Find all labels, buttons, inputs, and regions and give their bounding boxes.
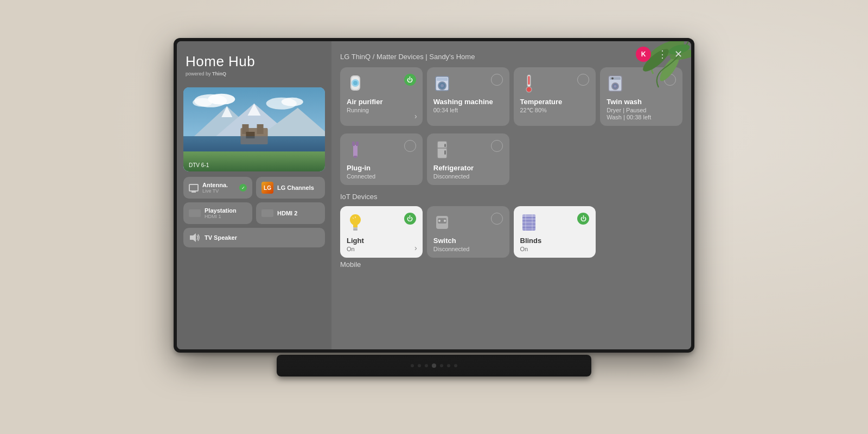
lg-icon: LG [261, 182, 273, 194]
svg-rect-59 [522, 221, 535, 224]
temp-name: Temperature [520, 98, 590, 106]
thermometer-icon [520, 74, 538, 93]
speaker-icon [189, 233, 201, 242]
washer-name: Washing machine [433, 98, 503, 106]
app-header: Home Hub powered by ThinQ [183, 50, 325, 82]
light-status: On [347, 246, 416, 252]
tv-icon [189, 184, 199, 192]
twin-wash-status2: Wash | 00:38 left [607, 114, 676, 120]
air-purifier-arrow-icon: › [414, 112, 417, 120]
mobile-section-title: Mobile [340, 260, 682, 269]
device-card-washing-machine[interactable]: Washing machine 00:34 left [427, 67, 509, 126]
light-arrow-icon: › [414, 244, 417, 252]
lg-channels-label: LG Channels [277, 184, 314, 191]
source-btn-playstation[interactable]: Playstation HDMI 1 [183, 202, 252, 224]
svg-rect-57 [522, 214, 535, 217]
mobile-section: Mobile [340, 260, 682, 269]
svg-rect-48 [353, 227, 358, 229]
tv-screen: Home Hub powered by ThinQ [177, 41, 691, 349]
light-power-icon: ⏻ [407, 215, 413, 222]
antenna-label: Antenna. [202, 182, 228, 188]
fridge-icon [433, 140, 451, 159]
blinds-name: Blinds [520, 237, 590, 245]
plugin-status: Connected [347, 173, 416, 180]
thinq-section-title: LG ThinQ / Matter Devices | Sandy's Home [340, 53, 475, 61]
bulb-icon [347, 213, 364, 232]
device-card-twin-wash[interactable]: Twin wash Dryer | Paused Wash | 00:38 le… [600, 67, 682, 126]
tv-frame: Home Hub powered by ThinQ [174, 38, 694, 353]
thinq-devices-row1: ⏻ Air purifier Running › [340, 67, 682, 126]
svg-point-27 [353, 81, 358, 85]
soundbar-center-dot [432, 363, 436, 368]
hdmi2-label: HDMI 2 [277, 210, 297, 216]
soundbar-dot [411, 364, 414, 367]
tv-thumbnail[interactable]: DTV 6-1 [183, 87, 325, 171]
fridge-power-btn[interactable] [491, 140, 503, 152]
twin-wash-power-btn[interactable] [664, 74, 676, 86]
avatar-button[interactable]: K [636, 47, 651, 62]
playstation-label: Playstation [205, 207, 237, 214]
source-btn-antenna[interactable]: Antenna. Live TV ✓ [183, 177, 252, 199]
twin-wash-status1: Dryer | Paused [607, 107, 676, 113]
switch-status: Disconnected [433, 246, 503, 252]
antenna-sub: Live TV [202, 188, 228, 194]
app-subtitle: powered by ThinQ [186, 71, 325, 76]
svg-rect-49 [353, 229, 358, 231]
air-purifier-name: Air purifier [347, 98, 416, 106]
device-card-light[interactable]: ⏻ Light On › [340, 206, 423, 258]
washer-power-btn[interactable] [491, 74, 503, 86]
switch-name: Switch [433, 237, 503, 245]
svg-point-39 [614, 85, 617, 88]
plugin-name: Plug-in [347, 164, 416, 172]
device-card-plugin[interactable]: Plug-in Connected [340, 133, 423, 185]
light-power-btn[interactable]: ⏻ [404, 213, 416, 225]
device-card-blinds[interactable]: ⏻ Blinds On [514, 206, 596, 258]
soundbar-dot [447, 364, 450, 367]
temp-power-btn[interactable] [577, 74, 589, 86]
soundbar-dot [418, 364, 421, 367]
twin-wash-name: Twin wash [607, 98, 676, 106]
soundbar-dot [454, 364, 457, 367]
svg-marker-23 [190, 233, 196, 242]
blinds-status: On [520, 246, 590, 252]
svg-point-31 [441, 84, 444, 87]
menu-button[interactable]: ⋮ [658, 48, 668, 60]
switch-power-btn[interactable] [491, 213, 503, 225]
source-btn-hdmi2[interactable]: HDMI 2 [256, 202, 325, 224]
temp-status: 22℃ 80% [520, 107, 590, 114]
close-button[interactable]: ✕ [674, 48, 682, 60]
svg-rect-47 [444, 150, 446, 155]
iot-section-header: IoT Devices [340, 193, 682, 201]
air-purifier-power-btn[interactable]: ⏻ [404, 74, 416, 86]
soundbar-wrapper [277, 355, 591, 376]
blinds-power-icon: ⏻ [580, 215, 586, 222]
channel-label: DTV 6-1 [189, 162, 209, 168]
soundbar-dot [425, 364, 428, 367]
tv-wrapper: Home Hub powered by ThinQ [168, 38, 700, 396]
top-bar: K ⋮ ✕ [636, 47, 682, 62]
plugin-power-btn[interactable] [404, 140, 416, 152]
svg-rect-29 [437, 78, 448, 81]
right-panel: K ⋮ ✕ LG ThinQ / Matter Devices | Sandy'… [331, 41, 691, 349]
blinds-power-btn[interactable]: ⏻ [577, 213, 589, 225]
device-card-switch[interactable]: Switch Disconnected [427, 206, 509, 258]
soundbar-dot [440, 364, 443, 367]
iot-devices-grid: ⏻ Light On › [340, 206, 682, 258]
thinq-devices-row2: Plug-in Connected [340, 133, 682, 185]
svg-point-8 [193, 98, 212, 107]
svg-rect-43 [354, 156, 357, 158]
source-btn-tv-speaker[interactable]: TV Speaker [183, 228, 325, 247]
svg-rect-40 [353, 145, 358, 157]
washer-status: 00:34 left [433, 107, 503, 113]
device-card-refrigerator[interactable]: Refrigerator Disconnected [427, 133, 509, 185]
svg-point-10 [282, 98, 303, 106]
source-btn-lg-channels[interactable]: LG LG Channels [256, 177, 325, 199]
svg-rect-42 [356, 142, 359, 146]
svg-rect-41 [352, 142, 355, 146]
device-card-air-purifier[interactable]: ⏻ Air purifier Running › [340, 67, 423, 126]
power-on-icon: ⏻ [407, 76, 413, 83]
svg-rect-20 [257, 124, 264, 134]
svg-rect-46 [444, 144, 446, 147]
app-title: Home Hub [186, 53, 325, 70]
device-card-temperature[interactable]: Temperature 22℃ 80% [514, 67, 596, 126]
